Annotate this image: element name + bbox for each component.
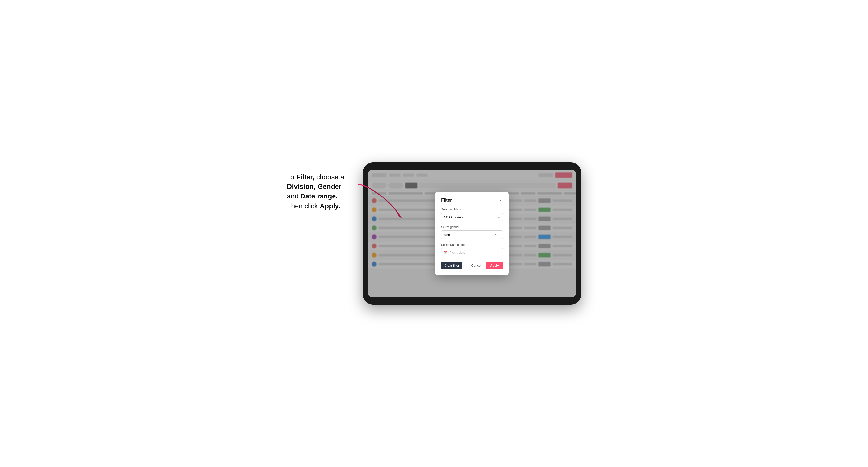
instruction-text: To Filter, choose a Division, Gender and… <box>287 162 355 211</box>
division-select[interactable]: NCAA Division I × ⌄ <box>441 213 503 221</box>
date-form-group: Select Date range 📅 Pick a date <box>441 243 503 257</box>
filter-modal: Filter × Select a division NCAA Division… <box>435 192 509 275</box>
modal-footer: Clear filter Cancel Apply <box>441 262 503 269</box>
modal-header: Filter × <box>441 198 503 203</box>
gender-clear-icon[interactable]: × <box>495 233 496 237</box>
tablet-frame: Filter × Select a division NCAA Division… <box>363 162 581 305</box>
select-icons: × ⌄ <box>495 233 500 237</box>
division-clear-icon[interactable]: × <box>495 215 496 219</box>
calendar-icon: 📅 <box>444 251 447 254</box>
gender-label: Select gender <box>441 225 503 229</box>
gender-form-group: Select gender Men × ⌄ <box>441 225 503 239</box>
bold-date: Date range. <box>301 192 338 200</box>
division-select-value: NCAA Division I <box>444 215 495 219</box>
select-icons: × ⌄ <box>495 215 500 219</box>
gender-select-value: Men <box>444 233 495 237</box>
modal-title: Filter <box>441 198 452 203</box>
modal-footer-right: Cancel Apply <box>468 262 503 269</box>
bold-apply: Apply. <box>320 202 340 210</box>
date-placeholder: Pick a date <box>450 251 465 254</box>
bold-division-gender: Division, Gender <box>287 183 342 190</box>
division-label: Select a division <box>441 208 503 211</box>
bold-filter: Filter, <box>296 173 314 181</box>
date-label: Select Date range <box>441 243 503 247</box>
cancel-button[interactable]: Cancel <box>468 262 484 269</box>
date-picker[interactable]: 📅 Pick a date <box>441 248 503 257</box>
clear-filter-button[interactable]: Clear filter <box>441 262 462 269</box>
division-chevron-icon: ⌄ <box>498 215 500 219</box>
tablet-screen: Filter × Select a division NCAA Division… <box>368 170 576 297</box>
close-button[interactable]: × <box>498 198 503 203</box>
tablet-wrapper: Filter × Select a division NCAA Division… <box>363 162 581 305</box>
gender-select[interactable]: Men × ⌄ <box>441 230 503 239</box>
gender-chevron-icon: ⌄ <box>498 233 500 237</box>
modal-overlay: Filter × Select a division NCAA Division… <box>368 170 576 297</box>
outer-container: To Filter, choose a Division, Gender and… <box>287 162 581 305</box>
division-form-group: Select a division NCAA Division I × ⌄ <box>441 208 503 221</box>
apply-button[interactable]: Apply <box>486 262 503 269</box>
